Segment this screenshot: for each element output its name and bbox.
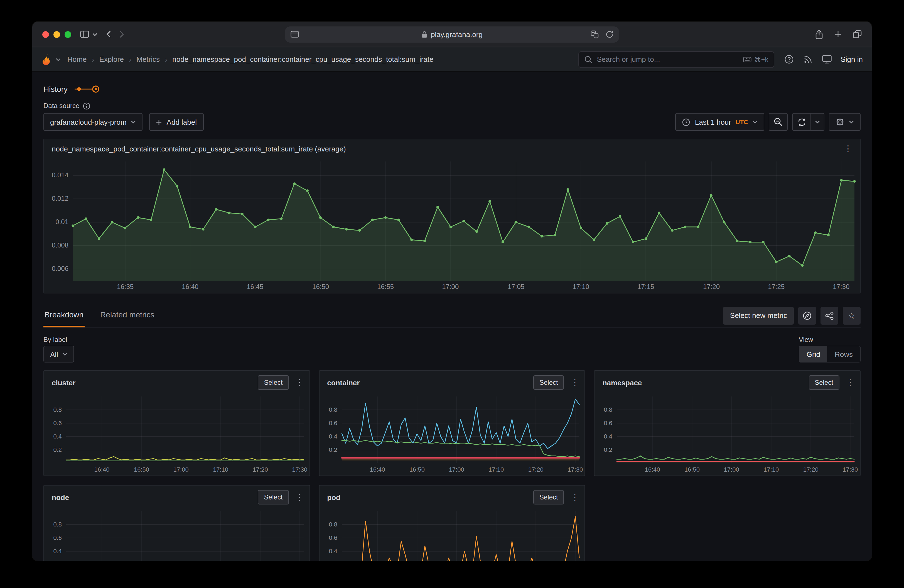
translate-icon[interactable] (591, 30, 599, 38)
grafana-navbar: Home Explore Metrics node_namespace_pod_… (32, 47, 872, 72)
svg-text:0.014: 0.014 (52, 171, 68, 179)
svg-text:0.6: 0.6 (53, 534, 62, 541)
chevron-down-icon (63, 352, 68, 356)
timezone-badge: UTC (736, 119, 748, 125)
explore-compass-button[interactable] (798, 307, 816, 324)
svg-text:17:10: 17:10 (764, 466, 779, 473)
share-metric-button[interactable] (820, 307, 838, 324)
browser-actions (815, 29, 862, 39)
svg-text:16:50: 16:50 (409, 466, 424, 473)
clock-icon (682, 118, 691, 126)
tab-overview-icon[interactable] (853, 30, 862, 38)
select-label-button[interactable]: Select (258, 375, 289, 390)
back-button[interactable] (106, 31, 111, 38)
svg-text:17:10: 17:10 (213, 466, 228, 473)
url-text: play.grafana.org (431, 30, 483, 38)
svg-text:17:10: 17:10 (488, 466, 504, 473)
reload-icon[interactable] (605, 30, 613, 38)
svg-text:0.4: 0.4 (53, 433, 62, 440)
panel-menu-icon[interactable] (570, 492, 580, 502)
timeseries-chart-main[interactable]: 0.0060.0080.010.0120.01416:3516:4016:451… (44, 156, 860, 293)
panel-menu-icon[interactable] (843, 144, 853, 154)
svg-text:17:20: 17:20 (803, 466, 819, 473)
panel-title: node_namespace_pod_container:container_c… (52, 144, 346, 153)
timeseries-chart-namespace[interactable]: 0.20.40.60.816:4016:5017:0017:1017:2017:… (595, 391, 860, 476)
svg-text:16:50: 16:50 (134, 466, 149, 473)
page-settings-icon[interactable] (291, 31, 299, 38)
select-label-button[interactable]: Select (533, 490, 564, 504)
svg-text:0.6: 0.6 (329, 534, 337, 541)
select-new-metric-button[interactable]: Select new metric (723, 307, 794, 324)
search-icon (585, 55, 593, 63)
search-input[interactable]: Search or jump to... ⌘+k (578, 51, 774, 68)
grafana-logo[interactable] (41, 53, 53, 65)
refresh-button[interactable] (792, 113, 811, 131)
panel-title: namespace (602, 378, 642, 387)
by-label-label: By label (43, 336, 67, 343)
timeseries-chart-node[interactable]: 0.20.40.60.816:4016:5017:0017:1017:2017:… (44, 506, 309, 561)
add-label-button[interactable]: Add label (149, 113, 204, 131)
svg-text:17:30: 17:30 (843, 466, 858, 473)
svg-text:16:40: 16:40 (182, 283, 198, 290)
time-range-picker[interactable]: Last 1 hour UTC (675, 113, 764, 131)
share-icon[interactable] (815, 29, 823, 39)
sign-in-link[interactable]: Sign in (841, 55, 863, 63)
refresh-interval-chevron[interactable] (811, 113, 824, 131)
timeseries-chart-cluster[interactable]: 0.20.40.60.816:4016:5017:0017:1017:2017:… (44, 391, 309, 476)
breakdown-grid: cluster Select 0.20.40.60.816:4016:5017:… (43, 370, 861, 561)
svg-text:0.8: 0.8 (329, 521, 337, 528)
timeseries-chart-container[interactable]: 0.20.40.60.816:4016:5017:0017:1017:2017:… (319, 391, 585, 476)
tv-mode-icon[interactable] (822, 55, 832, 63)
svg-text:17:30: 17:30 (292, 466, 307, 473)
history-steps[interactable] (73, 85, 102, 93)
new-tab-icon[interactable] (834, 31, 842, 38)
address-bar[interactable]: play.grafana.org (285, 26, 619, 42)
chevron-down-icon (815, 120, 820, 123)
metric-panel-main: node_namespace_pod_container:container_c… (43, 139, 861, 294)
panel-menu-icon[interactable] (294, 492, 305, 502)
select-label-button[interactable]: Select (258, 490, 289, 504)
settings-button[interactable] (829, 113, 861, 131)
breadcrumb-explore[interactable]: Explore (100, 55, 124, 63)
favorite-star-button[interactable] (843, 307, 861, 324)
view-rows-option[interactable]: Rows (827, 346, 860, 362)
breadcrumb-home[interactable]: Home (67, 55, 87, 63)
select-label-button[interactable]: Select (533, 375, 564, 390)
news-rss-icon[interactable] (804, 55, 812, 63)
panel-menu-icon[interactable] (294, 378, 305, 387)
sidebar-toggle-icon[interactable] (80, 31, 89, 38)
zoom-window-button[interactable] (65, 31, 71, 38)
select-label-button[interactable]: Select (809, 375, 839, 390)
svg-text:17:10: 17:10 (572, 283, 589, 290)
breadcrumb-metrics[interactable]: Metrics (136, 55, 160, 63)
chevron-down-icon (131, 120, 136, 123)
datasource-picker[interactable]: grafanacloud-play-prom (43, 113, 143, 131)
minimize-window-button[interactable] (54, 31, 60, 38)
org-switcher-chevron-icon[interactable] (56, 58, 61, 61)
tab-breakdown[interactable]: Breakdown (43, 303, 85, 327)
close-window-button[interactable] (42, 31, 49, 38)
forward-button[interactable] (120, 31, 124, 38)
zoom-out-button[interactable] (769, 113, 788, 131)
label-panel-container: container Select 0.20.40.60.816:4016:501… (319, 370, 585, 476)
breadcrumb-metric-name: node_namespace_pod_container:container_c… (172, 55, 433, 63)
svg-text:17:30: 17:30 (567, 466, 583, 473)
breadcrumb-separator-icon (129, 55, 131, 64)
by-label-select[interactable]: All (43, 346, 74, 362)
address-bar-actions (591, 30, 613, 38)
panel-menu-icon[interactable] (845, 378, 855, 387)
panel-title: container (327, 378, 360, 387)
svg-text:0.6: 0.6 (329, 420, 337, 427)
svg-text:16:40: 16:40 (370, 466, 385, 473)
sidebar-chevron-icon[interactable] (92, 33, 97, 36)
info-icon[interactable] (83, 102, 90, 109)
view-label: View (799, 336, 813, 343)
panel-title: pod (327, 493, 340, 501)
timeseries-chart-pod[interactable]: 0.20.40.60.816:4016:5017:0017:1017:2017:… (319, 506, 585, 561)
svg-text:17:00: 17:00 (174, 466, 189, 473)
svg-text:0.4: 0.4 (53, 548, 62, 555)
help-icon[interactable] (785, 55, 794, 64)
tab-related-metrics[interactable]: Related metrics (99, 303, 156, 327)
view-grid-option[interactable]: Grid (799, 346, 827, 362)
panel-menu-icon[interactable] (570, 378, 580, 387)
